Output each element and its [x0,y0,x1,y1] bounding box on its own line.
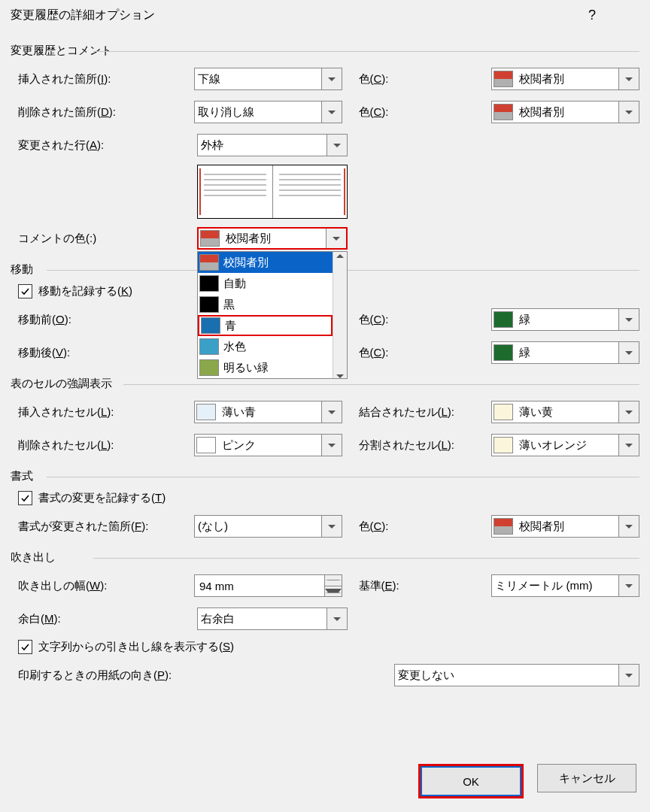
dropdown-item-cyan[interactable]: 水色 [198,336,333,357]
help-button[interactable]: ? [575,3,609,27]
color-swatch-icon [201,317,220,334]
margin-label: 余白(M): [18,612,197,626]
chevron-down-icon [618,516,639,537]
split-cells-combo[interactable]: 薄いオレンジ [491,434,639,456]
chevron-down-icon [321,102,342,123]
section-formatting: 書式 [11,469,639,483]
color-swatch-icon [494,404,513,420]
section-balloons: 吹き出し [11,550,639,565]
color-swatch-icon [494,518,513,535]
track-moves-label: 移動を記録する(K) [38,284,132,298]
formatting-combo[interactable]: (なし) [194,515,342,538]
section-markup: 変更履歴とコメント [11,44,639,58]
dropdown-item-blue[interactable]: 青 [198,315,333,336]
insertions-color-label: 色(C): [359,72,492,86]
close-button[interactable] [609,3,644,27]
spin-down-icon[interactable] [325,586,342,597]
deletions-color-combo[interactable]: 校閲者別 [491,101,639,123]
dropdown-item-lightgreen[interactable]: 明るい緑 [198,357,333,378]
insertions-label: 挿入された箇所(I): [18,72,194,86]
ok-button[interactable]: OK [421,766,521,796]
chevron-down-icon [327,608,347,629]
merged-cells-combo[interactable]: 薄い黄 [491,401,639,423]
deletions-color-label: 色(C): [359,105,492,120]
insertions-color-combo[interactable]: 校閲者別 [491,68,639,90]
track-formatting-checkbox[interactable]: 書式の変更を記録する(T) [18,491,639,505]
color-swatch-icon [199,275,219,292]
scroll-up-icon [336,254,344,258]
chevron-down-icon [618,68,639,89]
measure-combo[interactable]: ミリメートル (mm) [491,574,639,597]
dropdown-item-reviewer[interactable]: 校閲者別 [198,252,333,273]
checkbox-icon [18,284,32,298]
comment-color-combo[interactable]: 校閲者別 [197,227,348,250]
changed-lines-preview [197,165,348,219]
inserted-cells-combo[interactable]: 薄い青 [194,401,342,423]
chevron-down-icon [618,665,639,686]
dropdown-item-auto[interactable]: 自動 [198,273,333,294]
chevron-down-icon [618,435,639,456]
merged-cells-label: 結合されたセル(L): [359,405,492,420]
print-orientation-combo[interactable]: 変更しない [394,664,639,686]
track-formatting-label: 書式の変更を記録する(T) [38,491,166,505]
color-swatch-icon [199,338,219,355]
chevron-down-icon [321,401,342,423]
moved-from-color-label: 色(C): [359,313,492,327]
split-cells-label: 分割されたセル(L): [359,438,492,453]
formatting-color-label: 色(C): [359,520,492,534]
color-swatch-icon [494,344,513,361]
chevron-down-icon [618,342,639,363]
color-swatch-icon [199,254,219,271]
chevron-down-icon [321,68,342,89]
print-orientation-label: 印刷するときの用紙の向き(P): [18,668,394,683]
deleted-cells-label: 削除されたセル(L): [18,438,194,453]
dropdown-item-black[interactable]: 黒 [198,294,333,315]
cancel-button[interactable]: キャンセル [537,764,636,792]
comment-color-label: コメントの色(:) [18,232,197,246]
deletions-combo[interactable]: 取り消し線 [194,101,342,123]
show-lines-label: 文字列からの引き出し線を表示する(S) [38,640,234,654]
color-swatch-icon [199,359,219,376]
moved-to-color-combo[interactable]: 緑 [491,341,639,364]
chevron-down-icon [618,309,639,330]
moved-to-color-label: 色(C): [359,346,492,360]
deleted-cells-combo[interactable]: ピンク [194,434,342,456]
show-lines-checkbox[interactable]: 文字列からの引き出し線を表示する(S) [18,640,639,654]
color-swatch-icon [494,437,513,453]
color-swatch-icon [196,404,216,420]
checkbox-icon [18,491,32,505]
color-swatch-icon [494,311,513,328]
color-swatch-icon [200,230,220,247]
comment-color-dropdown[interactable]: 校閲者別 自動 黒 青 水色 明るい緑 [197,251,348,379]
changed-lines-combo[interactable]: 外枠 [197,134,348,156]
help-icon: ? [588,8,596,23]
chevron-down-icon [618,401,639,423]
moved-from-label: 移動前(O): [18,313,194,327]
chevron-down-icon [618,102,639,123]
dialog-title: 変更履歴の詳細オプション [11,8,575,23]
chevron-down-icon [321,516,342,537]
color-swatch-icon [196,437,216,453]
balloon-width-label: 吹き出しの幅(W): [18,579,194,593]
color-swatch-icon [199,296,219,313]
formatting-color-combo[interactable]: 校閲者別 [491,515,639,538]
chevron-down-icon [321,435,342,456]
chevron-down-icon [327,135,347,156]
inserted-cells-label: 挿入されたセル(L): [18,405,194,420]
spin-up-icon[interactable] [325,575,342,586]
moved-to-label: 移動後(V): [18,346,194,360]
checkbox-icon [18,640,32,654]
color-swatch-icon [494,104,513,120]
chevron-down-icon [618,575,639,596]
chevron-down-icon [326,229,346,248]
advanced-track-changes-dialog: 変更履歴の詳細オプション ? 変更履歴とコメント 挿入された箇所(I): 下線 … [0,0,650,812]
titlebar: 変更履歴の詳細オプション ? [0,0,650,30]
moved-from-color-combo[interactable]: 緑 [491,308,639,331]
measure-label: 基準(E): [359,579,492,593]
scroll-down-icon [336,374,344,378]
dropdown-scrollbar[interactable] [333,252,347,378]
changed-lines-label: 変更された行(A): [18,138,197,153]
balloon-width-spinner[interactable]: 94 mm [194,574,342,597]
margin-combo[interactable]: 右余白 [197,607,348,630]
insertions-combo[interactable]: 下線 [194,68,342,90]
